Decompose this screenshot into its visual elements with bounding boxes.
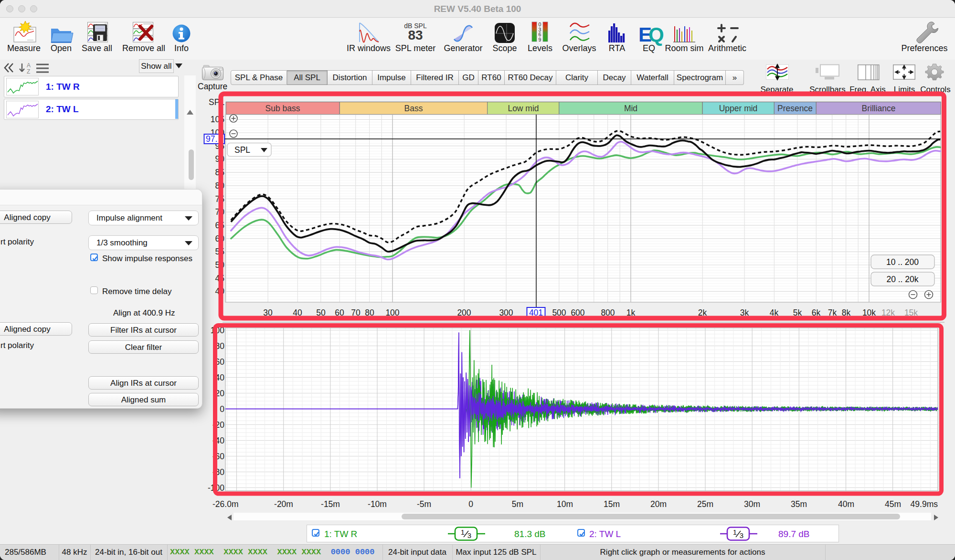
svg-text:15m: 15m — [604, 499, 620, 509]
svg-text:30m: 30m — [744, 499, 760, 509]
svg-text:40m: 40m — [838, 499, 854, 509]
svg-text:0: 0 — [220, 404, 224, 414]
svg-text:35m: 35m — [791, 499, 807, 509]
svg-text:5m: 5m — [512, 499, 523, 509]
svg-text:45m: 45m — [885, 499, 901, 509]
svg-text:-26.0m: -26.0m — [212, 499, 238, 509]
svg-text:20m: 20m — [650, 499, 667, 509]
svg-text:10m: 10m — [557, 499, 573, 509]
svg-text:0: 0 — [468, 499, 473, 509]
svg-text:-5m: -5m — [417, 499, 431, 509]
svg-text:3: 3 — [740, 531, 743, 539]
svg-text:1: 1 — [461, 528, 465, 536]
svg-text:-20m: -20m — [274, 499, 293, 509]
svg-text:1: 1 — [733, 528, 737, 536]
svg-text:-15m: -15m — [321, 499, 340, 509]
svg-text:-10m: -10m — [368, 499, 387, 509]
svg-text:25m: 25m — [697, 499, 713, 509]
svg-text:49.9ms: 49.9ms — [911, 499, 938, 509]
svg-text:3: 3 — [467, 531, 471, 539]
